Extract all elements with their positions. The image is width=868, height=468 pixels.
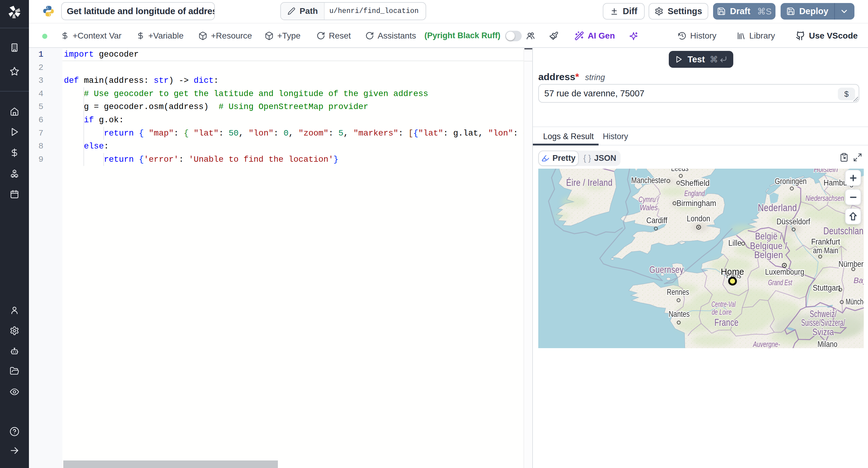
svg-text:Holstein: Holstein (814, 169, 838, 174)
svg-text:Rennes: Rennes (667, 288, 689, 297)
svg-text:Leeds: Leeds (671, 169, 688, 173)
svg-text:Manchester: Manchester (631, 176, 666, 185)
svg-text:München: München (846, 297, 864, 306)
svg-text:Milano: Milano (817, 340, 837, 348)
svg-text:Éire / Ireland: Éire / Ireland (566, 177, 613, 188)
svg-text:England: England (684, 189, 705, 198)
svg-text:de Loire: de Loire (712, 307, 732, 316)
svg-text:am Main: am Main (813, 246, 838, 255)
svg-text:Guernsey: Guernsey (649, 264, 684, 275)
svg-text:Groningen: Groningen (775, 177, 807, 186)
svg-text:Svizra: Svizra (812, 327, 834, 337)
svg-text:Birmingham: Birmingham (676, 199, 716, 208)
svg-text:Nürnberg: Nürnberg (838, 260, 864, 269)
svg-text:Luxembourg: Luxembourg (765, 267, 804, 276)
svg-text:Wales: Wales (640, 203, 658, 212)
svg-text:London: London (687, 214, 710, 223)
svg-text:Deutschland: Deutschland (824, 225, 864, 236)
svg-text:Belgien: Belgien (754, 249, 783, 260)
svg-text:Sheffield: Sheffield (680, 178, 710, 188)
svg-text:Cardiff: Cardiff (646, 216, 667, 225)
svg-text:België /: België / (755, 231, 782, 241)
svg-text:Cymru /: Cymru / (638, 195, 659, 204)
svg-text:Düsseldorf: Düsseldorf (776, 217, 810, 226)
svg-text:Bay: Bay (854, 276, 864, 285)
svg-text:Niedersachsen: Niedersachsen (805, 194, 844, 203)
svg-text:Nantes: Nantes (669, 310, 689, 319)
svg-text:Auvergne-: Auvergne- (752, 340, 780, 348)
svg-text:Lille: Lille (728, 238, 741, 247)
svg-text:France: France (714, 316, 738, 328)
svg-text:Stuttgart: Stuttgart (812, 283, 840, 293)
svg-text:Frankfurt: Frankfurt (811, 237, 840, 246)
svg-text:Grand Est: Grand Est (768, 278, 792, 287)
svg-text:Nederland: Nederland (758, 202, 797, 213)
